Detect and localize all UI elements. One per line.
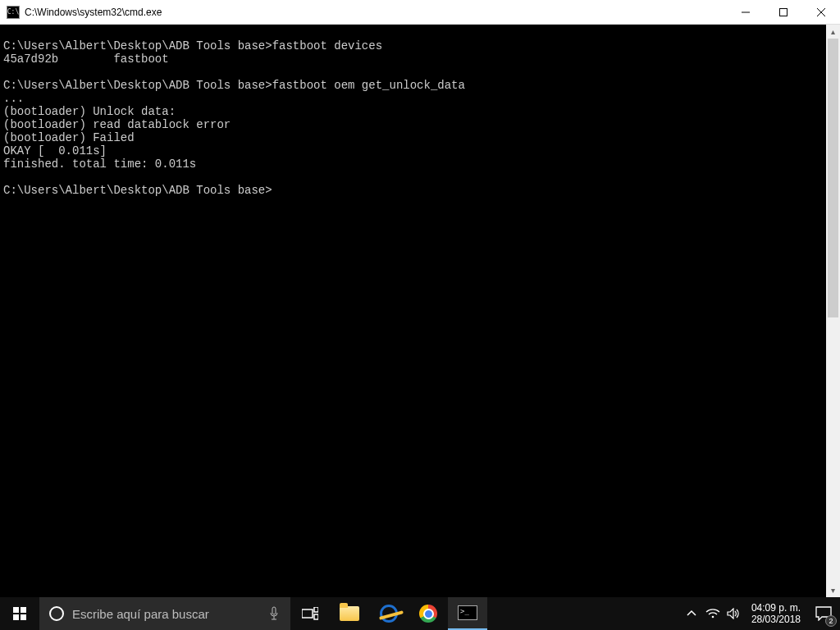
scrollbar[interactable]: ▴ ▾ [826, 25, 840, 597]
terminal-output: C:\Users\Albert\Desktop\ADB Tools base>f… [0, 25, 840, 199]
svg-rect-13 [314, 614, 318, 619]
taskbar-clock[interactable]: 04:09 p. m. 28/03/2018 [745, 602, 807, 625]
volume-icon[interactable] [724, 597, 745, 630]
scroll-up-arrow[interactable]: ▴ [826, 25, 840, 39]
notification-badge: 2 [825, 615, 837, 627]
clock-date: 28/03/2018 [751, 614, 801, 625]
search-placeholder: Escribe aquí para buscar [72, 607, 209, 621]
cmd-app-icon: C:\ [7, 6, 20, 19]
clock-time: 04:09 p. m. [751, 602, 801, 614]
window-title: C:\Windows\system32\cmd.exe [25, 7, 727, 18]
taskbar: Escribe aquí para buscar >_ 04:09 p. m. … [0, 597, 840, 630]
svg-point-14 [712, 616, 714, 619]
svg-rect-4 [13, 607, 19, 613]
window-titlebar: C:\ C:\Windows\system32\cmd.exe [0, 0, 840, 25]
task-view-button[interactable] [290, 597, 330, 630]
maximize-button[interactable] [765, 0, 802, 25]
microphone-icon[interactable] [267, 605, 281, 622]
tray-overflow-button[interactable] [681, 597, 702, 630]
start-button[interactable] [0, 597, 39, 630]
cortana-icon [49, 606, 64, 621]
chrome-icon [419, 605, 437, 623]
cmd-icon: >_ [458, 605, 477, 620]
svg-rect-5 [21, 607, 26, 613]
scroll-thumb[interactable] [828, 39, 838, 317]
wifi-icon[interactable] [702, 597, 724, 630]
taskbar-file-explorer[interactable] [330, 597, 369, 630]
ie-icon [380, 605, 398, 623]
system-tray: 04:09 p. m. 28/03/2018 2 [681, 597, 840, 630]
svg-rect-7 [21, 614, 26, 620]
svg-rect-12 [314, 607, 318, 612]
svg-rect-8 [272, 607, 276, 614]
svg-rect-11 [302, 609, 313, 618]
close-button[interactable] [802, 0, 840, 25]
svg-rect-6 [13, 614, 19, 620]
action-center-button[interactable]: 2 [807, 597, 840, 630]
taskbar-internet-explorer[interactable] [369, 597, 409, 630]
taskbar-chrome[interactable] [409, 597, 448, 630]
scroll-down-arrow[interactable]: ▾ [826, 583, 840, 597]
terminal-area[interactable]: C:\Users\Albert\Desktop\ADB Tools base>f… [0, 25, 840, 597]
svg-rect-1 [780, 8, 788, 16]
minimize-button[interactable] [727, 0, 765, 25]
taskbar-cmd[interactable]: >_ [448, 597, 487, 630]
folder-icon [340, 606, 359, 621]
search-box[interactable]: Escribe aquí para buscar [39, 597, 290, 630]
